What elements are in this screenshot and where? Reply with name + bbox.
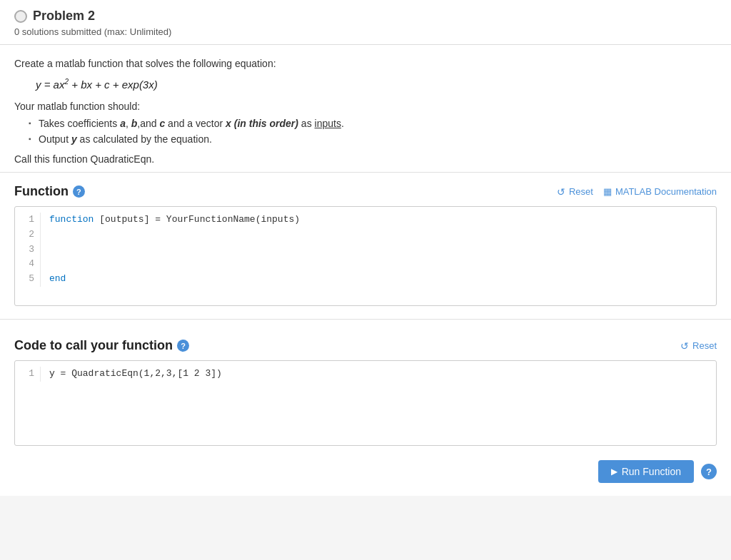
call-help-icon[interactable]: ? xyxy=(177,340,189,352)
call-reset-button[interactable]: ↺ Reset xyxy=(680,340,717,352)
call-toolbar-buttons: ↺ Reset xyxy=(680,340,717,352)
function-reset-button[interactable]: ↺ Reset xyxy=(557,186,593,198)
call-code-editor[interactable]: 1 y = QuadraticEqn(1,2,3,[1 2 3]) xyxy=(14,360,717,446)
function-line-numbers: 1 2 3 4 5 xyxy=(15,213,41,287)
bottom-toolbar: ▶ Run Function ? xyxy=(0,452,731,496)
run-button-label: Run Function xyxy=(622,466,681,477)
keyword-function: function xyxy=(49,214,94,225)
function-help-icon[interactable]: ? xyxy=(73,185,85,198)
problem-title-text: Problem 2 xyxy=(33,9,95,24)
function-reset-icon: ↺ xyxy=(557,186,565,198)
function-section-header: Function ? ↺ Reset ▦ MATLAB Documentatio… xyxy=(14,184,717,199)
matlab-doc-button[interactable]: ▦ MATLAB Documentation xyxy=(603,186,717,197)
bullet-item-inputs: Takes coefficients a, b,and c and a vect… xyxy=(29,118,717,129)
code-line-1-rest: [outputs] = YourFunctionName(inputs) xyxy=(94,214,300,225)
equation-text: y = ax2 + bx + c + exp(3x) xyxy=(36,78,158,91)
function-reset-label: Reset xyxy=(569,186,593,197)
call-section-header: Code to call your function ? ↺ Reset xyxy=(14,338,717,353)
problem-section: Create a matlab function that solves the… xyxy=(0,45,731,173)
run-icon: ▶ xyxy=(611,467,617,477)
section-divider xyxy=(0,319,731,320)
call-section-title: Code to call your function ? xyxy=(14,338,189,353)
page-container: Problem 2 0 solutions submitted (max: Un… xyxy=(0,0,731,496)
equation-block: y = ax2 + bx + c + exp(3x) xyxy=(36,78,717,91)
function-section: Function ? ↺ Reset ▦ MATLAB Documentatio… xyxy=(0,173,731,312)
call-reset-icon: ↺ xyxy=(680,340,689,352)
matlab-doc-icon: ▦ xyxy=(603,186,612,197)
should-label: Your matlab function should: xyxy=(14,101,717,112)
solutions-info: 0 solutions submitted (max: Unlimited) xyxy=(14,26,717,37)
call-line-numbers: 1 xyxy=(15,367,41,382)
run-help-icon[interactable]: ? xyxy=(701,464,717,479)
call-code-line-1: y = QuadraticEqn(1,2,3,[1 2 3]) xyxy=(49,368,222,379)
function-toolbar-buttons: ↺ Reset ▦ MATLAB Documentation xyxy=(557,186,717,198)
call-reset-label: Reset xyxy=(692,340,717,351)
call-function-text: Call this function QuadraticEqn. xyxy=(14,153,717,165)
function-title-text: Function xyxy=(14,184,69,199)
bullet-item-output: Output y as calculated by the equation. xyxy=(29,133,717,145)
call-section: Code to call your function ? ↺ Reset 1 y… xyxy=(0,327,731,452)
call-title-text: Code to call your function xyxy=(14,338,173,353)
function-code-editor[interactable]: 1 2 3 4 5 function [outputs] = YourFunct… xyxy=(14,206,717,306)
header-section: Problem 2 0 solutions submitted (max: Un… xyxy=(0,0,731,45)
keyword-end: end xyxy=(49,273,66,284)
function-code-content[interactable]: function [outputs] = YourFunctionName(in… xyxy=(41,213,716,287)
matlab-doc-label: MATLAB Documentation xyxy=(615,186,717,197)
problem-status-circle xyxy=(14,10,27,23)
run-function-button[interactable]: ▶ Run Function xyxy=(598,460,694,483)
function-section-title: Function ? xyxy=(14,184,85,199)
problem-title: Problem 2 xyxy=(14,9,717,24)
bullet-list: Takes coefficients a, b,and c and a vect… xyxy=(14,118,717,145)
problem-description: Create a matlab function that solves the… xyxy=(14,58,717,69)
call-code-content[interactable]: y = QuadraticEqn(1,2,3,[1 2 3]) xyxy=(41,367,716,382)
